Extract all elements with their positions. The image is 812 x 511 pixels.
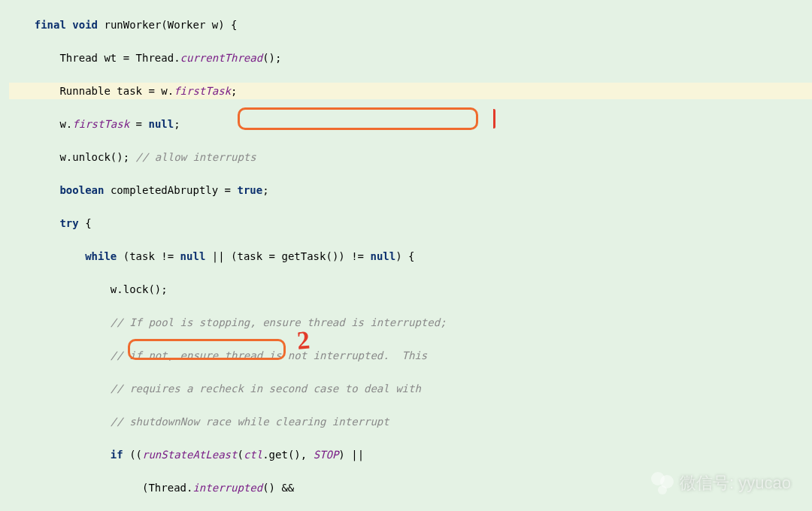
keyword-if: if bbox=[111, 449, 123, 461]
code-line: boolean completedAbruptly = true; bbox=[9, 182, 812, 198]
comment: // if not, ensure thread is not interrup… bbox=[9, 349, 427, 361]
code-line: final void runWorker(Worker w) { bbox=[9, 17, 812, 33]
comment: // requires a recheck in second case to … bbox=[9, 382, 421, 395]
code-text: completedAbruptly = bbox=[104, 184, 237, 196]
keyword-while: while bbox=[85, 250, 117, 262]
code-line: // requires a recheck in second case to … bbox=[9, 380, 812, 397]
code-text: ; bbox=[174, 118, 180, 130]
code-text: { bbox=[79, 217, 92, 229]
watermark-text: 微信号: yyucao bbox=[680, 475, 791, 491]
keyword-final: final bbox=[35, 19, 66, 31]
code-text: (( bbox=[123, 449, 142, 461]
code-text bbox=[9, 250, 85, 262]
code-line: w.unlock(); // allow interrupts bbox=[9, 149, 812, 165]
comment: // If pool is stopping, ensure thread is… bbox=[9, 316, 447, 328]
code-text: Thread wt = Thread. bbox=[9, 52, 180, 64]
code-text: () && bbox=[262, 482, 294, 494]
code-text: (); bbox=[262, 52, 281, 64]
code-text: = bbox=[129, 118, 148, 130]
code-line-highlighted: Runnable task = w.firstTask; bbox=[9, 83, 812, 99]
code-line: w.firstTask = null; bbox=[9, 116, 812, 132]
keyword-try: try bbox=[59, 217, 78, 229]
code-line: // If pool is stopping, ensure thread is… bbox=[9, 314, 812, 331]
keyword-null: null bbox=[180, 250, 206, 262]
code-line: w.lock(); bbox=[9, 281, 812, 298]
comment: // allow interrupts bbox=[136, 151, 256, 163]
keyword-true: true bbox=[237, 184, 262, 196]
field-firstTask: firstTask bbox=[174, 85, 231, 97]
comment: // shutdownNow race while clearing inter… bbox=[9, 416, 389, 428]
code-text: (task != bbox=[117, 250, 180, 262]
code-text: w.unlock(); bbox=[9, 151, 136, 163]
field-currentThread: currentThread bbox=[180, 52, 263, 64]
code-text: ) { bbox=[395, 250, 414, 262]
code-text: w.lock(); bbox=[9, 283, 168, 295]
code-text: w. bbox=[9, 118, 72, 130]
code-text: Runnable task = w. bbox=[9, 85, 174, 97]
code-text bbox=[9, 217, 59, 229]
fn-interrupted: interrupted bbox=[192, 482, 262, 494]
code-text: (Worker w) { bbox=[161, 19, 237, 31]
keyword-null: null bbox=[370, 250, 395, 262]
keyword-null: null bbox=[148, 118, 174, 130]
code-line: Thread wt = Thread.currentThread(); bbox=[9, 50, 812, 66]
code-text: || (task = getTask()) != bbox=[205, 250, 370, 262]
code-text: (Thread. bbox=[9, 482, 192, 494]
code-line: if ((runStateAtLeast(ctl.get(), STOP) || bbox=[9, 446, 812, 463]
code-text: ) || bbox=[338, 449, 364, 461]
code-block: final void runWorker(Worker w) { Thread … bbox=[0, 0, 812, 511]
code-line: // shutdownNow race while clearing inter… bbox=[9, 413, 812, 430]
keyword-void: void bbox=[72, 19, 98, 31]
const-STOP: STOP bbox=[314, 449, 339, 461]
code-text: .get(), bbox=[262, 449, 313, 461]
code-text bbox=[9, 449, 111, 461]
code-text bbox=[9, 184, 59, 196]
wechat-icon bbox=[651, 472, 674, 494]
code-text: ; bbox=[262, 184, 268, 196]
code-line: try { bbox=[9, 215, 812, 231]
watermark: 微信号: yyucao bbox=[651, 472, 791, 494]
code-line: // if not, ensure thread is not interrup… bbox=[9, 347, 812, 364]
method-name: runWorker bbox=[104, 19, 161, 31]
field-ctl: ctl bbox=[244, 449, 262, 461]
code-line: while (task != null || (task = getTask()… bbox=[9, 248, 812, 265]
fn-runStateAtLeast: runStateAtLeast bbox=[142, 449, 237, 461]
keyword-boolean: boolean bbox=[59, 184, 104, 196]
code-text: ( bbox=[237, 449, 243, 461]
code-text: ; bbox=[231, 85, 237, 97]
field-firstTask: firstTask bbox=[72, 118, 129, 130]
